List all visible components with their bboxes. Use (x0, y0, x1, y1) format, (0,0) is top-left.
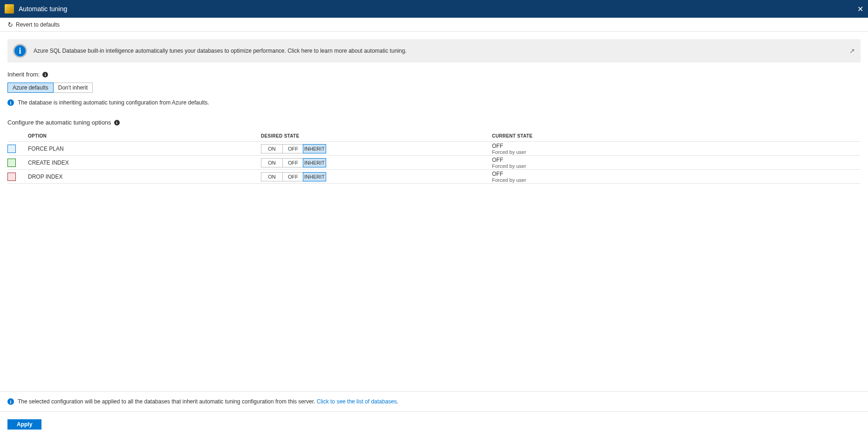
table-row: DROP INDEX ON OFF INHERIT OFF Forced by … (7, 170, 861, 184)
option-name: FORCE PLAN (28, 146, 261, 152)
database-icon (5, 4, 14, 14)
configure-label: Configure the automatic tuning options i (7, 119, 861, 126)
current-state-value: OFF (492, 157, 861, 163)
current-state-value: OFF (492, 171, 861, 177)
current-state-detail: Forced by user (492, 149, 861, 155)
help-icon[interactable]: i (42, 72, 48, 77)
current-state-detail: Forced by user (492, 177, 861, 183)
inherit-from-toggle: Azure defaults Don't inherit (7, 83, 93, 93)
current-state-value: OFF (492, 143, 861, 149)
state-on[interactable]: ON (261, 173, 282, 181)
option-name: DROP INDEX (28, 173, 261, 180)
drop-index-icon (7, 173, 16, 181)
external-link-icon[interactable]: ↗ (849, 47, 855, 55)
state-on[interactable]: ON (261, 159, 282, 167)
state-off[interactable]: OFF (282, 173, 303, 181)
content-area: i Azure SQL Database built-in intelligen… (0, 32, 868, 390)
column-desired-state: DESIRED STATE (261, 133, 492, 139)
inherit-dont-inherit[interactable]: Don't inherit (53, 83, 93, 92)
create-index-icon (7, 159, 16, 167)
options-table: OPTION DESIRED STATE CURRENT STATE FORCE… (7, 131, 861, 184)
state-inherit[interactable]: INHERIT (303, 144, 326, 153)
state-off[interactable]: OFF (282, 159, 303, 167)
titlebar: Automatic tuning ✕ (0, 0, 868, 18)
page-title: Automatic tuning (19, 5, 67, 13)
desired-state-toggle: ON OFF INHERIT (261, 158, 326, 167)
info-icon: i (13, 44, 27, 58)
undo-icon: ↺ (7, 21, 14, 29)
table-row: CREATE INDEX ON OFF INHERIT OFF Forced b… (7, 156, 861, 170)
column-option: OPTION (28, 133, 261, 139)
desired-state-toggle: ON OFF INHERIT (261, 144, 326, 153)
info-icon: i (7, 99, 14, 106)
inherit-status: i The database is inheriting automatic t… (7, 99, 861, 106)
desired-state-toggle: ON OFF INHERIT (261, 172, 326, 181)
help-icon[interactable]: i (114, 120, 120, 125)
state-on[interactable]: ON (261, 145, 282, 153)
state-inherit[interactable]: INHERIT (303, 158, 326, 167)
option-name: CREATE INDEX (28, 160, 261, 166)
column-current-state: CURRENT STATE (492, 133, 861, 139)
revert-label: Revert to defaults (16, 21, 60, 28)
table-row: FORCE PLAN ON OFF INHERIT OFF Forced by … (7, 142, 861, 156)
inherit-from-label: Inherit from: i (7, 71, 861, 78)
close-button[interactable]: ✕ (857, 5, 863, 14)
info-banner-text: Azure SQL Database built-in intelligence… (34, 48, 849, 54)
state-off[interactable]: OFF (282, 145, 303, 153)
inherit-azure-defaults[interactable]: Azure defaults (7, 83, 54, 93)
info-banner[interactable]: i Azure SQL Database built-in intelligen… (7, 39, 861, 62)
toolbar: ↺ Revert to defaults (0, 18, 868, 32)
current-state-detail: Forced by user (492, 163, 861, 169)
revert-to-defaults-button[interactable]: ↺ Revert to defaults (7, 21, 60, 28)
force-plan-icon (7, 145, 16, 153)
table-header: OPTION DESIRED STATE CURRENT STATE (7, 131, 861, 142)
state-inherit[interactable]: INHERIT (303, 172, 326, 181)
